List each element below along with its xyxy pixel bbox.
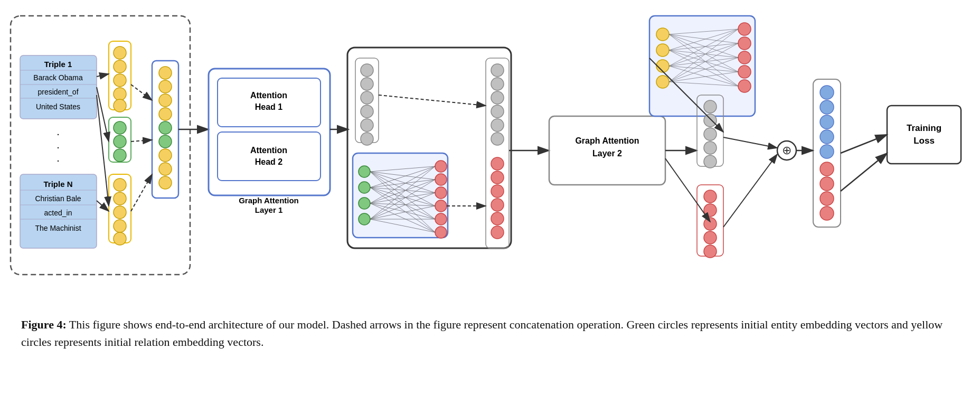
diagram-container: Triple 1 Barack Obama president_of Unite… (0, 0, 980, 306)
svg-point-79 (435, 187, 447, 199)
svg-point-128 (656, 28, 669, 41)
svg-point-74 (359, 182, 370, 193)
svg-point-67 (361, 78, 373, 90)
caption-text: This figure shows end-to-end architectur… (21, 318, 943, 349)
svg-text:president_of: president_of (37, 88, 78, 96)
svg-point-25 (114, 99, 126, 112)
svg-point-42 (159, 135, 172, 148)
svg-point-166 (704, 218, 717, 230)
svg-point-176 (820, 86, 834, 99)
svg-point-29 (114, 149, 126, 162)
svg-text:The Machinist: The Machinist (35, 224, 81, 232)
svg-point-116 (491, 185, 504, 197)
svg-point-161 (704, 142, 717, 154)
svg-point-66 (361, 64, 373, 77)
svg-line-170 (665, 158, 710, 222)
svg-text:Graph Attention: Graph Attention (239, 196, 299, 205)
svg-point-23 (114, 74, 126, 87)
svg-point-80 (435, 200, 447, 212)
svg-text:Triple N: Triple N (43, 180, 72, 189)
svg-point-130 (656, 60, 669, 72)
svg-point-112 (491, 119, 504, 131)
svg-point-119 (491, 226, 504, 239)
svg-point-28 (114, 135, 126, 148)
svg-point-73 (359, 166, 370, 177)
svg-point-160 (704, 128, 717, 140)
svg-point-33 (114, 206, 126, 219)
svg-text:Attention: Attention (250, 146, 287, 155)
svg-point-108 (491, 64, 504, 77)
svg-point-76 (359, 213, 370, 225)
architecture-diagram: Triple 1 Barack Obama president_of Unite… (0, 0, 980, 306)
svg-point-40 (159, 108, 172, 120)
svg-text:·: · (56, 128, 60, 139)
svg-line-50 (131, 84, 152, 100)
svg-point-136 (738, 80, 751, 92)
svg-line-49 (97, 201, 109, 211)
svg-point-45 (159, 176, 172, 189)
svg-point-44 (159, 163, 172, 175)
svg-line-173 (723, 137, 777, 148)
svg-point-165 (704, 204, 717, 217)
svg-text:acted_in: acted_in (44, 209, 72, 217)
svg-point-110 (491, 91, 504, 104)
svg-line-48 (97, 95, 109, 206)
svg-point-39 (159, 94, 172, 107)
svg-text:Loss: Loss (913, 136, 935, 146)
svg-point-179 (820, 130, 834, 144)
svg-point-134 (738, 51, 751, 64)
svg-line-52 (131, 174, 152, 211)
svg-point-118 (491, 212, 504, 225)
svg-point-22 (114, 60, 126, 73)
svg-point-37 (159, 67, 172, 79)
svg-point-69 (361, 105, 373, 118)
svg-rect-72 (353, 153, 448, 238)
svg-point-178 (820, 115, 834, 129)
svg-point-38 (159, 80, 172, 93)
figure-number: Figure 4: (21, 318, 67, 331)
svg-text:⊕: ⊕ (782, 144, 791, 157)
svg-point-35 (114, 232, 126, 245)
figure-caption: Figure 4: This figure shows end-to-end a… (0, 306, 980, 356)
svg-point-78 (435, 174, 447, 185)
svg-text:United States: United States (36, 102, 80, 111)
svg-point-32 (114, 192, 126, 205)
svg-text:·: · (56, 154, 60, 166)
svg-point-115 (491, 171, 504, 184)
svg-text:Graph Attention: Graph Attention (575, 136, 639, 145)
svg-text:Attention: Attention (250, 91, 287, 100)
svg-point-177 (820, 100, 834, 114)
svg-point-31 (114, 178, 126, 191)
svg-point-183 (820, 192, 834, 205)
svg-point-131 (656, 76, 669, 88)
svg-text:Head 1: Head 1 (255, 102, 283, 111)
svg-text:·: · (56, 141, 60, 153)
svg-point-113 (491, 133, 504, 145)
svg-text:Christian Bale: Christian Bale (35, 194, 81, 203)
svg-point-111 (491, 105, 504, 118)
svg-point-117 (491, 199, 504, 211)
svg-point-135 (738, 65, 751, 78)
svg-point-41 (159, 121, 172, 134)
svg-line-120 (379, 95, 486, 106)
svg-point-180 (820, 145, 834, 158)
svg-point-184 (820, 206, 834, 220)
svg-line-189 (841, 135, 887, 153)
svg-text:Layer 2: Layer 2 (592, 149, 622, 158)
svg-text:Training: Training (907, 123, 941, 133)
svg-rect-58 (218, 132, 321, 181)
svg-point-109 (491, 78, 504, 90)
svg-point-129 (656, 44, 669, 57)
svg-point-71 (361, 133, 373, 145)
svg-point-82 (435, 227, 447, 238)
svg-point-21 (114, 46, 126, 59)
svg-point-182 (820, 177, 834, 191)
svg-text:Layer 1: Layer 1 (255, 205, 283, 214)
svg-point-34 (114, 220, 126, 232)
svg-point-164 (704, 190, 717, 203)
svg-text:Barack Obama: Barack Obama (33, 73, 83, 82)
svg-point-70 (361, 119, 373, 131)
svg-point-77 (435, 161, 447, 172)
svg-point-158 (704, 100, 717, 113)
svg-point-75 (359, 197, 370, 209)
